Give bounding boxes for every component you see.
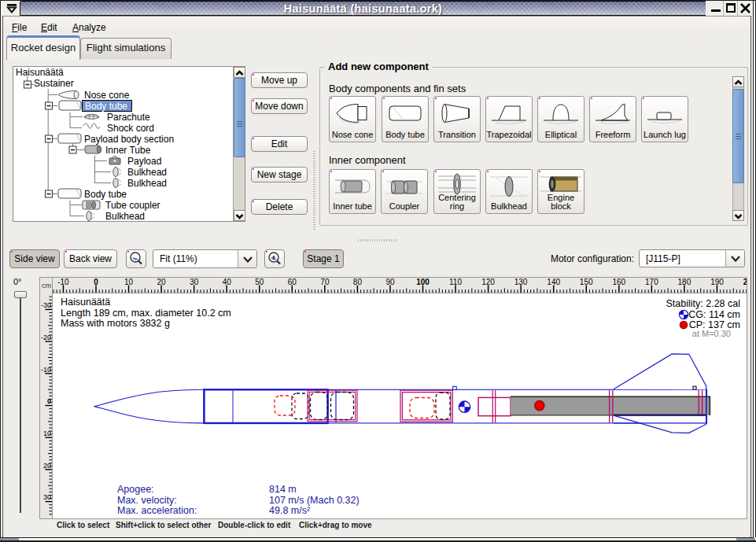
svg-text:120: 120 [481,278,495,286]
svg-text:10: 10 [124,278,134,286]
svg-text:110: 110 [449,278,462,286]
svg-text:Sustainer: Sustainer [34,78,74,89]
svg-text:20: 20 [43,462,51,470]
svg-text:20: 20 [157,278,167,286]
svg-text:50: 50 [255,278,264,286]
svg-text:Payload body section: Payload body section [84,134,174,145]
svg-text:200: 200 [743,278,747,286]
svg-text:Body tube: Body tube [84,189,127,200]
svg-text:90: 90 [385,278,395,286]
svg-text:130: 130 [514,278,528,286]
svg-text:-20: -20 [41,334,51,341]
svg-text:180: 180 [678,278,691,286]
svg-text:10: 10 [43,430,51,437]
svg-text:30: 30 [190,278,199,286]
svg-text:Nose cone: Nose cone [84,90,130,101]
svg-text:Bulkhead: Bulkhead [105,211,145,221]
svg-text:Shock cord: Shock cord [107,123,154,134]
svg-text:Inner Tube: Inner Tube [105,145,151,156]
svg-text:Haisunäätä: Haisunäätä [16,67,64,78]
svg-text:70: 70 [320,278,330,286]
svg-text:-10: -10 [41,366,51,374]
svg-text:170: 170 [645,278,658,286]
svg-text:0: 0 [47,397,51,405]
svg-text:-10: -10 [57,278,69,286]
svg-text:40: 40 [223,278,232,286]
svg-text:60: 60 [288,278,297,286]
svg-text:Payload: Payload [127,156,161,167]
svg-text:140: 140 [547,278,560,286]
svg-text:100: 100 [416,278,430,286]
svg-text:Body tube: Body tube [85,101,127,112]
svg-text:-30: -30 [41,301,51,309]
svg-text:190: 190 [710,278,724,286]
svg-text:80: 80 [353,278,363,286]
svg-text:Parachute: Parachute [107,112,150,123]
svg-text:Bulkhead: Bulkhead [127,167,167,178]
svg-text:30: 30 [43,493,51,501]
svg-text:150: 150 [580,278,593,286]
svg-text:Tube coupler: Tube coupler [105,200,160,211]
svg-text:Bulkhead: Bulkhead [127,178,167,189]
svg-text:0: 0 [94,278,98,286]
svg-text:160: 160 [612,278,625,286]
